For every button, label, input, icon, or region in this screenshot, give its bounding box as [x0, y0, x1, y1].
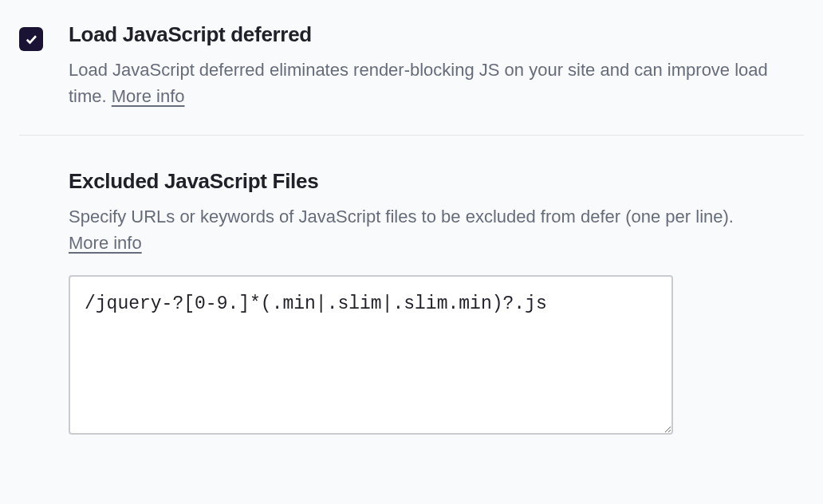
load-js-deferred-row: Load JavaScript deferred Load JavaScript…: [19, 22, 804, 135]
load-js-deferred-description: Load JavaScript deferred eliminates rend…: [69, 57, 770, 109]
description-text: Specify URLs or keywords of JavaScript f…: [69, 207, 734, 226]
check-icon: [24, 32, 38, 46]
excluded-js-title: Excluded JavaScript Files: [69, 169, 804, 194]
excluded-js-description: Specify URLs or keywords of JavaScript f…: [69, 203, 770, 256]
excluded-js-textarea[interactable]: [69, 275, 673, 435]
load-js-deferred-title: Load JavaScript deferred: [69, 22, 804, 47]
excluded-js-row: Excluded JavaScript Files Specify URLs o…: [19, 136, 804, 438]
load-js-deferred-content: Load JavaScript deferred Load JavaScript…: [69, 22, 804, 109]
more-info-link[interactable]: More info: [112, 86, 185, 106]
more-info-link[interactable]: More info: [69, 233, 142, 253]
settings-panel: Load JavaScript deferred Load JavaScript…: [0, 0, 823, 438]
excluded-js-content: Excluded JavaScript Files Specify URLs o…: [69, 169, 804, 438]
checkbox-wrapper: [19, 22, 43, 51]
load-js-deferred-checkbox[interactable]: [19, 27, 43, 51]
